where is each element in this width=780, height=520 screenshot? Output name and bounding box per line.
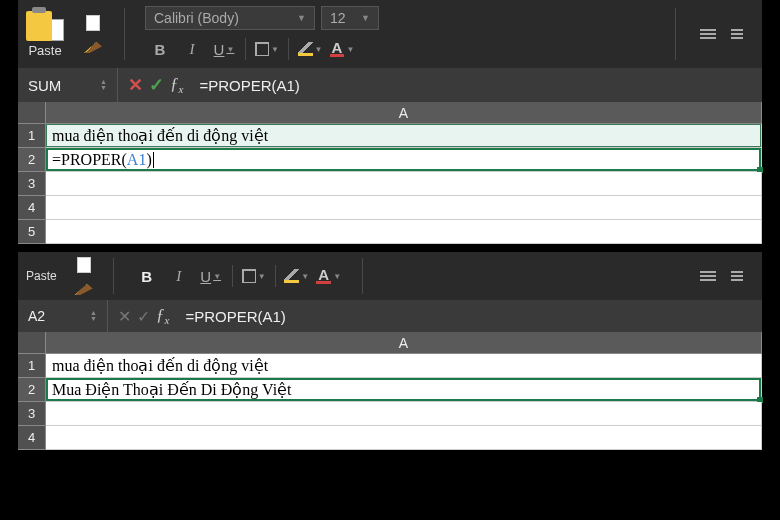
name-box[interactable]: SUM ▲▼ (18, 68, 118, 102)
font-name-value: Calibri (Body) (154, 10, 239, 26)
stepper-icon[interactable]: ▲▼ (100, 79, 107, 91)
cell-a4[interactable] (46, 196, 762, 220)
cancel-button[interactable]: ✕ (128, 74, 143, 96)
underline-button[interactable]: U▼ (209, 36, 239, 62)
border-icon (255, 42, 269, 56)
font-size-value: 12 (330, 10, 346, 26)
font-size-select[interactable]: 12 ▼ (321, 6, 379, 30)
row-header[interactable]: 4 (18, 196, 46, 220)
chevron-down-icon: ▼ (297, 13, 306, 23)
column-header-a[interactable]: A (46, 332, 762, 354)
ribbon-divider (232, 265, 233, 287)
ribbon-divider (113, 258, 114, 294)
formula-bar: SUM ▲▼ ✕ ✓ ƒx (18, 68, 762, 102)
copy-button[interactable] (82, 14, 104, 32)
row-header[interactable]: 2 (18, 148, 46, 172)
formula-input[interactable] (193, 68, 762, 102)
paste-label: Paste (26, 269, 57, 283)
cell-a3[interactable] (46, 402, 762, 426)
clipboard-icon (26, 11, 52, 41)
italic-button[interactable]: I (177, 36, 207, 62)
column-header-a[interactable]: A (46, 102, 762, 124)
ribbon-divider (245, 38, 246, 60)
border-icon (242, 269, 256, 283)
row-header[interactable]: 2 (18, 378, 46, 402)
format-painter-button[interactable] (73, 278, 95, 296)
bucket-icon (298, 42, 313, 56)
ribbon-divider (675, 8, 676, 60)
fill-color-button[interactable]: ▼ (295, 36, 325, 62)
fill-color-button[interactable]: ▼ (282, 263, 312, 289)
align-center-button[interactable] (724, 265, 750, 287)
cancel-button[interactable]: ✕ (118, 307, 131, 326)
cell-a2[interactable]: Mua Điện Thoại Đến Di Động Việt (46, 378, 762, 402)
row-header[interactable]: 3 (18, 402, 46, 426)
format-painter-button[interactable] (82, 36, 104, 54)
name-box-value: A2 (28, 308, 45, 324)
italic-button[interactable]: I (164, 263, 194, 289)
row-header[interactable]: 1 (18, 354, 46, 378)
align-left-button[interactable] (696, 265, 722, 287)
cell-a5[interactable] (46, 220, 762, 244)
spreadsheet-grid[interactable]: A 1 mua điện thoại đến di động việt 2 Mu… (18, 332, 762, 450)
ribbon-divider (288, 38, 289, 60)
ribbon-home: Paste B I U▼ ▼ ▼ A▼ (18, 252, 762, 300)
underline-button[interactable]: U▼ (196, 263, 226, 289)
cell-a1[interactable]: mua điện thoại đến di động việt (46, 124, 762, 148)
bold-button[interactable]: B (145, 36, 175, 62)
paste-button[interactable]: Paste (26, 269, 57, 283)
stepper-icon[interactable]: ▲▼ (90, 310, 97, 322)
ribbon-divider (275, 265, 276, 287)
cell-a4[interactable] (46, 426, 762, 450)
name-box-value: SUM (28, 77, 61, 94)
select-all-corner[interactable] (18, 102, 46, 124)
ribbon-divider (362, 258, 363, 294)
accept-button[interactable]: ✓ (149, 74, 164, 96)
ribbon-divider (124, 8, 125, 60)
cell-a1[interactable]: mua điện thoại đến di động việt (46, 354, 762, 378)
font-name-select[interactable]: Calibri (Body) ▼ (145, 6, 315, 30)
insert-function-button[interactable]: ƒx (156, 305, 169, 326)
align-center-button[interactable] (724, 23, 750, 45)
chevron-down-icon: ▼ (361, 13, 370, 23)
bucket-icon (284, 269, 299, 283)
align-left-button[interactable] (696, 23, 722, 45)
select-all-corner[interactable] (18, 332, 46, 354)
font-color-button[interactable]: A▼ (327, 36, 357, 62)
copy-button[interactable] (73, 256, 95, 274)
row-header[interactable]: 1 (18, 124, 46, 148)
row-header[interactable]: 3 (18, 172, 46, 196)
name-box[interactable]: A2 ▲▼ (18, 300, 108, 332)
spreadsheet-grid[interactable]: A 1 mua điện thoại đến di động việt 2 =P… (18, 102, 762, 244)
accept-button[interactable]: ✓ (137, 307, 150, 326)
row-header[interactable]: 5 (18, 220, 46, 244)
borders-button[interactable]: ▼ (252, 36, 282, 62)
cell-a2[interactable]: =PROPER(A1) (46, 148, 762, 172)
paste-button[interactable]: Paste (26, 11, 64, 58)
insert-function-button[interactable]: ƒx (170, 74, 183, 95)
paste-label: Paste (28, 43, 61, 58)
bold-button[interactable]: B (132, 263, 162, 289)
row-header[interactable]: 4 (18, 426, 46, 450)
formula-bar: A2 ▲▼ ✕ ✓ ƒx (18, 300, 762, 332)
font-color-button[interactable]: A▼ (314, 263, 344, 289)
cell-a3[interactable] (46, 172, 762, 196)
text-cursor (153, 152, 154, 168)
formula-input[interactable] (179, 300, 762, 332)
borders-button[interactable]: ▼ (239, 263, 269, 289)
ribbon-home: Paste Calibri (Body) ▼ 12 ▼ B I U▼ (18, 0, 762, 68)
